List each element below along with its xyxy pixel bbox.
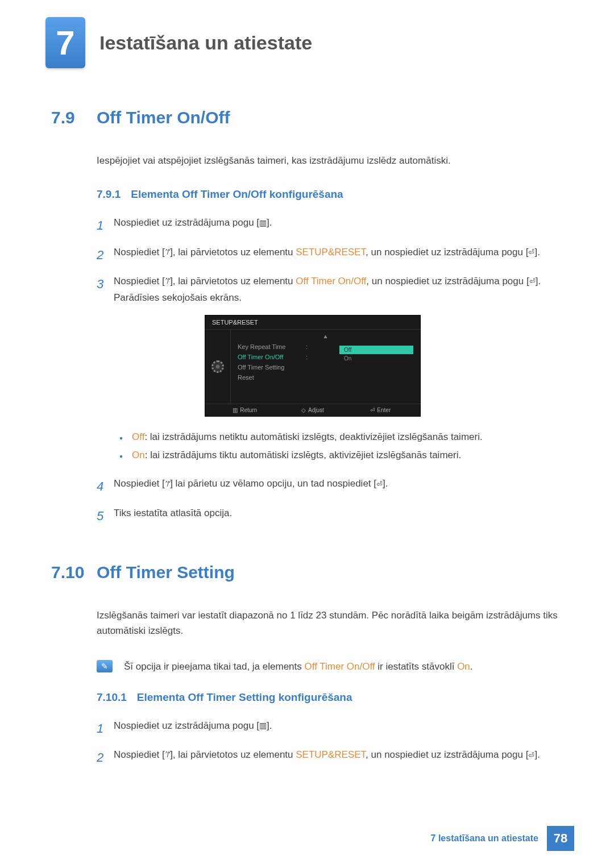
- subsection-number: 7.10.1: [97, 691, 127, 704]
- osd-window: SETUP&RESET ▲ Key Repeat Time : Off Time…: [205, 315, 421, 417]
- subsection-heading: 7.10.1 Elementa Off Timer Setting konfig…: [97, 691, 574, 704]
- bullet-icon: ●: [119, 446, 132, 464]
- chapter-header: 7 Iestatīšana un atiestate: [45, 17, 574, 68]
- enter-icon: ⏎: [370, 407, 375, 413]
- menu-icon: ▥: [233, 407, 238, 413]
- up-down-icon: ˄/˅: [165, 276, 170, 287]
- step-number: 1: [97, 718, 114, 739]
- step-text: Nospiediet [˄/˅], lai pārvietotos uz ele…: [114, 747, 574, 763]
- step-list: 1 Nospiediet uz izstrādājuma pogu [▥]. 2…: [97, 718, 574, 769]
- step-number: 2: [97, 747, 114, 768]
- osd-menu-item: Off Timer Setting: [238, 364, 306, 371]
- step-list: 4 Nospiediet [˄/˅] lai pārietu uz vēlamo…: [97, 476, 574, 526]
- enter-icon: ⏎: [528, 246, 534, 259]
- enter-icon: ⏎: [529, 275, 536, 288]
- osd-menu-item: Reset: [238, 374, 306, 381]
- up-arrow-icon: ▲: [231, 333, 420, 339]
- note-row: ✎ Šī opcija ir pieejama tikai tad, ja el…: [97, 659, 574, 674]
- osd-footer-label: Adjust: [308, 407, 324, 413]
- adjust-icon: ◇: [301, 407, 306, 413]
- osd-footer-label: Enter: [377, 407, 391, 413]
- step-text: Nospiediet uz izstrādājuma pogu [▥].: [114, 215, 574, 231]
- section-title: Off Timer On/Off: [97, 108, 230, 127]
- step-number: 1: [97, 215, 114, 236]
- enter-icon: ⏎: [376, 478, 383, 491]
- step-text: Nospiediet [˄/˅], lai pārvietotos uz ele…: [114, 244, 574, 261]
- section-heading: 7.9 Off Timer On/Off: [51, 108, 574, 127]
- bullet-icon: ●: [119, 428, 132, 446]
- osd-footer-label: Return: [240, 407, 257, 413]
- menu-icon: ▥: [259, 719, 267, 733]
- osd-option: On: [339, 354, 413, 363]
- step-text: Nospiediet [˄/˅] lai pārietu uz vēlamo o…: [114, 476, 574, 492]
- section-intro: Iespējojiet vai atspējojiet izslēgšanās …: [97, 153, 574, 168]
- note-icon: ✎: [97, 660, 113, 672]
- enter-icon: ⏎: [528, 749, 534, 762]
- section-intro: Izslēgšanās taimeri var iestatīt diapazo…: [97, 608, 574, 638]
- step-list: 1 Nospiediet uz izstrādājuma pogu [▥]. 2…: [97, 215, 574, 306]
- up-down-icon: ˄/˅: [165, 479, 170, 490]
- section-heading: 7.10 Off Timer Setting: [51, 563, 574, 582]
- step-number: 2: [97, 244, 114, 265]
- section-number: 7.9: [51, 108, 97, 127]
- up-down-icon: ˄/˅: [165, 247, 170, 258]
- note-text: Šī opcija ir pieejama tikai tad, ja elem…: [124, 659, 473, 674]
- step-number: 5: [97, 505, 114, 526]
- bullet-text: Off: lai izstrādājums netiktu automātisk…: [132, 428, 483, 446]
- step-text: Nospiediet uz izstrādājuma pogu [▥].: [114, 718, 574, 734]
- subsection-title: Elementa Off Timer On/Off konfigurēšana: [131, 188, 343, 201]
- step-text: Tiks iestatīta atlasītā opcija.: [114, 505, 574, 522]
- step-number: 4: [97, 476, 114, 497]
- section-number: 7.10: [51, 563, 97, 582]
- osd-header: SETUP&RESET: [205, 315, 420, 330]
- menu-icon: ▥: [259, 217, 267, 230]
- osd-menu-item-active: Off Timer On/Off: [238, 354, 306, 360]
- subsection-title: Elementa Off Timer Setting konfigurēšana: [137, 691, 352, 704]
- osd-menu-item: Key Repeat Time: [238, 343, 306, 350]
- page-number: 78: [547, 826, 574, 851]
- gear-icon: [211, 360, 224, 373]
- up-down-icon: ˄/˅: [165, 749, 170, 761]
- bullet-text: On: lai izstrādājums tiktu automātiski i…: [132, 446, 461, 464]
- page-footer: 7 Iestatīšana un atiestate 78: [431, 826, 574, 851]
- chapter-title: Iestatīšana un atiestate: [99, 32, 312, 54]
- subsection-number: 7.9.1: [97, 188, 121, 201]
- osd-option-selected: Off: [339, 346, 413, 354]
- chapter-number-badge: 7: [45, 17, 85, 68]
- step-number: 3: [97, 273, 114, 294]
- subsection-heading: 7.9.1 Elementa Off Timer On/Off konfigur…: [97, 188, 574, 201]
- bullet-list: ● Off: lai izstrādājums netiktu automāti…: [119, 428, 574, 465]
- step-text: Nospiediet [˄/˅], lai pārvietotos uz ele…: [114, 273, 574, 306]
- section-title: Off Timer Setting: [97, 563, 235, 582]
- footer-chapter-label: 7 Iestatīšana un atiestate: [431, 833, 538, 844]
